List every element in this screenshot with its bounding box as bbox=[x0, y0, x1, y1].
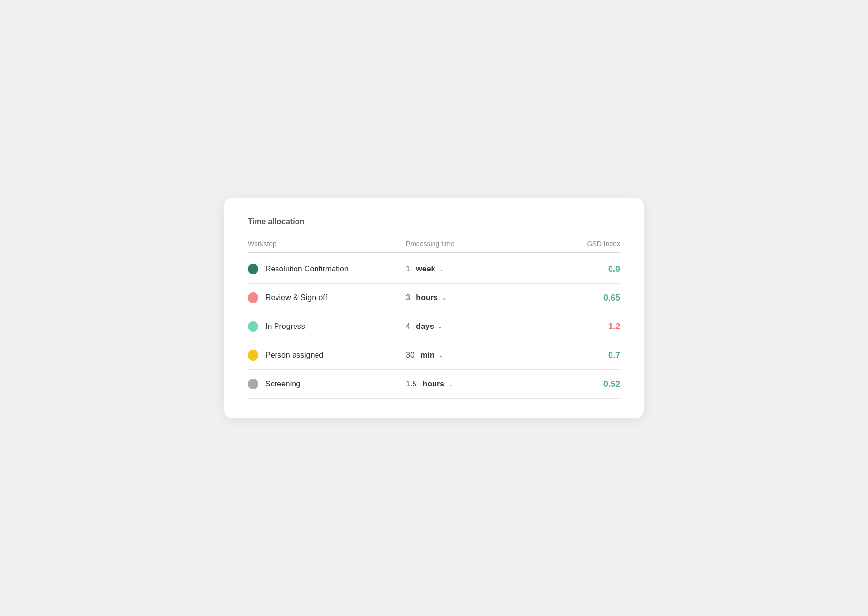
gsd-value-review-signoff: 0.65 bbox=[533, 293, 620, 303]
processing-cell-review-signoff[interactable]: 3 hours ⌄ bbox=[406, 293, 533, 302]
proc-number-resolution-confirmation: 1 bbox=[406, 265, 410, 273]
table-row-person-assigned: Person assigned 30 min ⌄ 0.7 bbox=[248, 341, 620, 370]
chevron-down-icon-resolution-confirmation: ⌄ bbox=[439, 266, 444, 272]
chevron-down-icon-screening: ⌄ bbox=[448, 381, 453, 387]
dot-in-progress bbox=[248, 321, 258, 332]
dot-screening bbox=[248, 379, 258, 389]
workstep-cell-review-signoff: Review & Sign-off bbox=[248, 292, 406, 303]
proc-unit-screening: hours bbox=[420, 380, 444, 388]
table-row-resolution-confirmation: Resolution Confirmation 1 week ⌄ 0.9 bbox=[248, 255, 620, 284]
processing-cell-in-progress[interactable]: 4 days ⌄ bbox=[406, 322, 533, 331]
proc-unit-person-assigned: min bbox=[418, 351, 434, 360]
proc-unit-review-signoff: hours bbox=[414, 293, 438, 302]
table-row-in-progress: In Progress 4 days ⌄ 1.2 bbox=[248, 312, 620, 341]
proc-number-person-assigned: 30 bbox=[406, 351, 414, 360]
dot-review-signoff bbox=[248, 292, 258, 303]
dot-resolution-confirmation bbox=[248, 264, 258, 274]
chevron-down-icon-review-signoff: ⌄ bbox=[442, 294, 447, 301]
table-row-review-signoff: Review & Sign-off 3 hours ⌄ 0.65 bbox=[248, 284, 620, 312]
col-header-workstep: Workstep bbox=[248, 240, 406, 248]
workstep-name-resolution-confirmation: Resolution Confirmation bbox=[265, 265, 349, 273]
processing-cell-person-assigned[interactable]: 30 min ⌄ bbox=[406, 351, 533, 360]
processing-cell-screening[interactable]: 1.5 hours ⌄ bbox=[406, 380, 533, 388]
table-row-screening: Screening 1.5 hours ⌄ 0.52 bbox=[248, 370, 620, 399]
workstep-name-screening: Screening bbox=[265, 380, 300, 388]
workstep-cell-in-progress: In Progress bbox=[248, 321, 406, 332]
processing-cell-resolution-confirmation[interactable]: 1 week ⌄ bbox=[406, 265, 533, 273]
card-title: Time allocation bbox=[248, 217, 620, 226]
proc-unit-resolution-confirmation: week bbox=[414, 265, 435, 273]
table-body: Resolution Confirmation 1 week ⌄ 0.9 Rev… bbox=[248, 255, 620, 399]
gsd-value-screening: 0.52 bbox=[533, 379, 620, 389]
workstep-cell-screening: Screening bbox=[248, 379, 406, 389]
proc-number-review-signoff: 3 bbox=[406, 293, 410, 302]
col-header-processing: Processing time bbox=[406, 240, 533, 248]
proc-number-screening: 1.5 bbox=[406, 380, 416, 388]
dot-person-assigned bbox=[248, 350, 258, 361]
proc-number-in-progress: 4 bbox=[406, 322, 410, 331]
workstep-cell-resolution-confirmation: Resolution Confirmation bbox=[248, 264, 406, 274]
workstep-name-review-signoff: Review & Sign-off bbox=[265, 293, 327, 302]
proc-unit-in-progress: days bbox=[414, 322, 434, 331]
gsd-value-person-assigned: 0.7 bbox=[533, 350, 620, 361]
chevron-down-icon-person-assigned: ⌄ bbox=[438, 352, 443, 359]
chevron-down-icon-in-progress: ⌄ bbox=[438, 323, 443, 330]
workstep-name-person-assigned: Person assigned bbox=[265, 351, 323, 360]
workstep-name-in-progress: In Progress bbox=[265, 322, 305, 331]
gsd-value-resolution-confirmation: 0.9 bbox=[533, 264, 620, 274]
table-header: Workstep Processing time GSD Index bbox=[248, 236, 620, 253]
gsd-value-in-progress: 1.2 bbox=[533, 322, 620, 332]
time-allocation-card: Time allocation Workstep Processing time… bbox=[224, 198, 644, 418]
workstep-cell-person-assigned: Person assigned bbox=[248, 350, 406, 361]
col-header-gsd: GSD Index bbox=[533, 240, 620, 248]
